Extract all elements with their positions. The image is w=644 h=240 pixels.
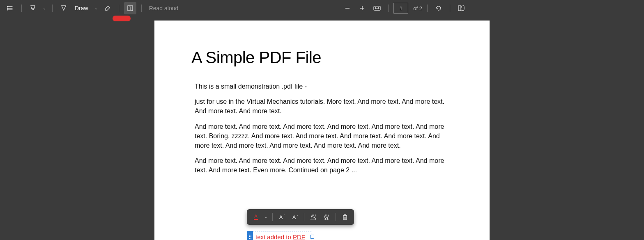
toolbar-right-group: of 2 — [341, 2, 467, 14]
zoom-in-icon[interactable] — [356, 2, 368, 14]
toolbar-left-group: ⌄ Draw ⌄ T Read aloud — [4, 2, 181, 14]
chevron-down-icon[interactable]: ⌄ — [93, 6, 99, 10]
separator — [21, 5, 22, 12]
svg-text:T: T — [129, 6, 131, 11]
svg-point-3 — [7, 6, 8, 7]
separator — [427, 5, 428, 12]
pdf-toolbar: ⌄ Draw ⌄ T Read aloud of 2 — [0, 0, 644, 16]
svg-rect-15 — [462, 6, 464, 11]
separator — [388, 5, 389, 12]
fit-page-icon[interactable] — [371, 2, 383, 14]
text-annotation-group: A ⌄ Aˆ Aˇ AV AV — [247, 209, 354, 240]
svg-rect-14 — [458, 6, 461, 11]
font-decrease-icon[interactable]: Aˇ — [289, 212, 301, 222]
separator — [119, 5, 119, 12]
page-view-icon[interactable] — [455, 2, 467, 14]
paragraph: just for use in the Virtual Mechanics tu… — [195, 97, 453, 116]
draw-icon[interactable] — [58, 2, 70, 14]
delete-icon[interactable] — [339, 212, 351, 222]
rotate-icon[interactable] — [432, 2, 445, 14]
text-format-toolbar: A ⌄ Aˆ Aˇ AV AV — [247, 209, 354, 225]
highlight-icon[interactable] — [27, 2, 39, 14]
contents-icon[interactable] — [4, 2, 16, 14]
separator — [141, 5, 142, 12]
annotation-text[interactable]: text added to PDF — [255, 233, 305, 240]
spacing-increase-icon[interactable]: AV — [308, 212, 319, 222]
svg-text:A: A — [292, 214, 296, 220]
spacing-decrease-icon[interactable]: AV — [321, 212, 332, 222]
chevron-down-icon[interactable]: ⌄ — [41, 6, 47, 10]
font-increase-icon[interactable]: Aˆ — [276, 212, 288, 222]
page-total-label: of 2 — [411, 5, 422, 11]
svg-point-5 — [7, 9, 8, 10]
page-title: A Simple PDF File — [191, 48, 453, 67]
svg-rect-17 — [254, 219, 258, 220]
separator — [272, 213, 273, 221]
svg-text:A: A — [254, 214, 258, 219]
paragraph: And more text. And more text. And more t… — [195, 122, 453, 151]
pdf-page[interactable]: A Simple PDF File This is a small demons… — [154, 21, 490, 240]
svg-text:AV: AV — [311, 214, 316, 219]
text-color-icon[interactable]: A — [250, 212, 262, 222]
svg-text:ˆ: ˆ — [284, 214, 285, 217]
erase-icon[interactable] — [101, 2, 114, 14]
text-annotation-box[interactable]: text added to PDF — [247, 231, 311, 240]
page-number-input[interactable] — [393, 3, 408, 14]
drag-handle-icon[interactable] — [247, 231, 253, 240]
add-text-icon[interactable]: T — [124, 2, 136, 14]
separator — [336, 213, 336, 221]
separator — [450, 5, 450, 12]
chevron-down-icon[interactable]: ⌄ — [263, 215, 269, 219]
paragraph: This is a small demonstration .pdf file … — [195, 82, 453, 91]
svg-rect-26 — [343, 215, 347, 219]
zoom-out-icon[interactable] — [341, 2, 354, 14]
svg-text:A: A — [279, 214, 283, 220]
read-aloud-label[interactable]: Read aloud — [147, 5, 181, 11]
svg-text:AV: AV — [324, 214, 329, 219]
separator — [52, 5, 53, 12]
resize-handle-icon[interactable] — [310, 235, 314, 239]
draw-label[interactable]: Draw — [72, 5, 91, 11]
document-body: This is a small demonstration .pdf file … — [191, 82, 453, 175]
svg-point-4 — [7, 8, 8, 9]
pdf-viewport: A Simple PDF File This is a small demons… — [0, 21, 644, 240]
svg-text:ˇ: ˇ — [297, 215, 298, 218]
separator — [304, 213, 304, 221]
paragraph: And more text. And more text. And more t… — [195, 156, 453, 175]
